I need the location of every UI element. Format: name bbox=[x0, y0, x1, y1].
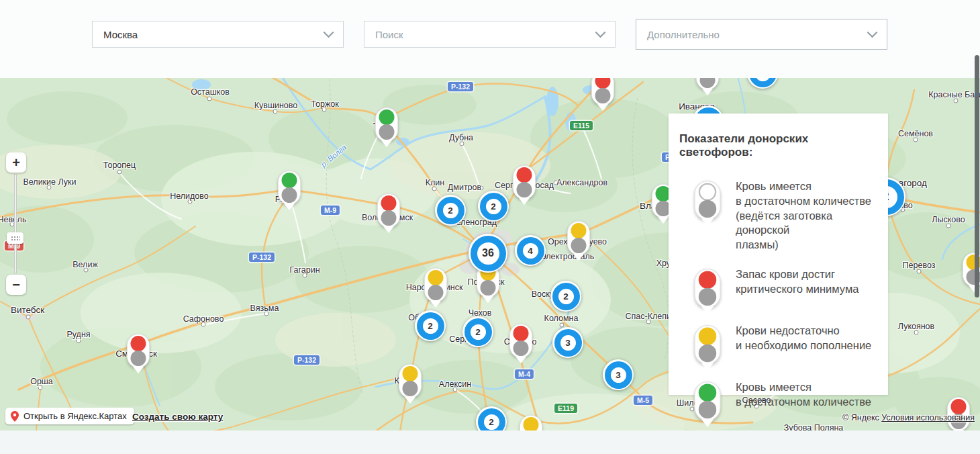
traffic-light-marker-yellow[interactable] bbox=[399, 364, 422, 404]
traffic-light-white-icon bbox=[679, 179, 736, 253]
cluster-count: 36 bbox=[482, 247, 494, 259]
town-dot bbox=[273, 109, 278, 114]
cluster-marker[interactable]: 2 bbox=[476, 406, 507, 430]
traffic-light-marker-red[interactable] bbox=[509, 324, 532, 364]
town-dot bbox=[84, 268, 89, 273]
search-dropdown-value: Поиск bbox=[375, 29, 597, 40]
traffic-light-marker-red bbox=[694, 269, 720, 315]
town-dot bbox=[554, 181, 558, 185]
page-bottom-strip bbox=[0, 430, 980, 454]
city-dropdown-value: Москва bbox=[103, 29, 325, 40]
zoom-slider-track[interactable] bbox=[14, 174, 17, 273]
road-number-badge: Е119 bbox=[554, 404, 577, 413]
legend-item-text: Крови недостаточно и необходимо пополнен… bbox=[736, 324, 871, 365]
terms-of-use-link[interactable]: Условия использования bbox=[881, 413, 975, 422]
chevron-down-icon bbox=[595, 28, 606, 38]
town-dot bbox=[460, 142, 464, 146]
town-dot bbox=[946, 224, 951, 228]
traffic-light-marker-green[interactable] bbox=[278, 171, 301, 211]
cluster-marker[interactable]: 36 bbox=[469, 234, 507, 273]
grip-dots-icon bbox=[11, 236, 20, 240]
traffic-light-marker-white[interactable] bbox=[696, 78, 719, 96]
traffic-light-marker-yellow bbox=[694, 325, 720, 371]
search-dropdown[interactable]: Поиск bbox=[364, 21, 616, 48]
road-number-badge: Р-132 bbox=[294, 355, 320, 365]
traffic-light-marker-red[interactable] bbox=[377, 193, 400, 234]
traffic-light-marker-white bbox=[694, 181, 720, 227]
cluster-count: 2 bbox=[563, 291, 569, 302]
town-dot bbox=[432, 187, 437, 191]
chevron-down-icon bbox=[867, 28, 878, 38]
cluster-count: 2 bbox=[428, 321, 433, 331]
town-dot bbox=[303, 273, 307, 278]
page-scrollbar-thumb[interactable] bbox=[975, 55, 979, 298]
open-in-yandex-maps-button[interactable]: Открыть в Яндекс.Картах bbox=[5, 408, 134, 424]
cluster-count: 2 bbox=[475, 327, 481, 337]
traffic-light-marker-red[interactable] bbox=[591, 78, 614, 111]
cluster-marker[interactable]: 2 bbox=[435, 195, 466, 226]
cluster-count: 3 bbox=[565, 338, 571, 348]
extra-dropdown[interactable]: Дополнительно bbox=[636, 19, 887, 50]
cluster-count: 2 bbox=[489, 417, 494, 427]
chevron-down-icon bbox=[324, 28, 334, 38]
town-dot bbox=[201, 322, 206, 327]
town-dot bbox=[38, 385, 43, 390]
town-dot bbox=[453, 388, 458, 392]
cluster-marker[interactable]: 3 bbox=[603, 359, 634, 390]
zoom-in-button[interactable]: + bbox=[6, 152, 26, 173]
traffic-light-marker-yellow[interactable] bbox=[424, 268, 447, 308]
map-label: Коломна bbox=[544, 314, 579, 323]
cluster-count: 2 bbox=[491, 201, 496, 212]
zoom-slider-handle[interactable] bbox=[7, 232, 23, 244]
town-dot bbox=[26, 315, 31, 320]
toolbar: Москва Поиск Дополнительно bbox=[0, 0, 980, 78]
traffic-light-marker-green[interactable] bbox=[375, 107, 398, 148]
legend-item-text: Кровь имеется в достаточном количестве (… bbox=[736, 179, 876, 253]
traffic-light-marker-red[interactable] bbox=[513, 165, 536, 206]
map[interactable]: ОсташковКувшиновоТоржокТоропецВеликие Лу… bbox=[0, 78, 980, 430]
cluster-marker[interactable]: 2 bbox=[415, 310, 446, 341]
traffic-light-marker-yellow[interactable] bbox=[520, 415, 542, 431]
legend-item-text: Кровь имеется в достаточном количестве bbox=[736, 380, 871, 422]
town-dot bbox=[117, 170, 122, 175]
town-dot bbox=[322, 107, 327, 112]
town-dot bbox=[560, 323, 565, 328]
town-dot bbox=[479, 186, 484, 191]
cluster-count: 3 bbox=[616, 370, 621, 380]
zoom-out-button[interactable]: − bbox=[6, 275, 26, 295]
traffic-light-red-icon bbox=[679, 267, 736, 309]
traffic-light-yellow-icon bbox=[679, 324, 736, 365]
legend-title: Показатели донорских светофоров: bbox=[679, 132, 876, 159]
road-number-badge: Р-132 bbox=[249, 253, 275, 262]
town-dot bbox=[914, 138, 918, 142]
road-number-badge: М-5 bbox=[634, 396, 652, 405]
town-dot bbox=[47, 185, 52, 190]
traffic-light-marker-green bbox=[694, 381, 720, 428]
road-number-badge: Р-132 bbox=[448, 82, 473, 91]
cluster-marker[interactable]: 4 bbox=[515, 235, 546, 266]
open-in-yandex-maps-label: Открыть в Яндекс.Картах bbox=[23, 411, 127, 421]
map-label: Осташков bbox=[191, 87, 230, 97]
town-dot bbox=[914, 330, 919, 335]
legend-item: Кровь имеется в достаточном количестве bbox=[679, 380, 876, 422]
cluster-marker[interactable]: 2 bbox=[478, 191, 509, 222]
cluster-marker[interactable]: 2 bbox=[550, 281, 581, 312]
traffic-light-marker-yellow[interactable] bbox=[567, 221, 590, 261]
traffic-light-green-icon bbox=[679, 380, 736, 422]
legend-item-text: Запас крови достиг критического минимума bbox=[736, 267, 859, 309]
town-dot bbox=[77, 338, 81, 343]
cluster-marker[interactable]: 2 bbox=[747, 78, 778, 89]
town-dot bbox=[646, 320, 651, 324]
map-label: Дмитров bbox=[448, 183, 481, 192]
town-dot bbox=[264, 312, 269, 316]
cluster-count: 4 bbox=[528, 246, 533, 256]
cluster-marker[interactable]: 3 bbox=[552, 327, 583, 358]
create-own-map-link[interactable]: Создать свою карту bbox=[132, 412, 223, 422]
cluster-marker[interactable]: 2 bbox=[462, 316, 493, 347]
city-dropdown[interactable]: Москва bbox=[92, 21, 344, 48]
town-dot bbox=[207, 97, 212, 101]
traffic-light-marker-red[interactable] bbox=[127, 334, 150, 374]
map-label: Орша bbox=[30, 377, 53, 386]
extra-dropdown-value: Дополнительно bbox=[647, 29, 869, 40]
map-label: Торопец bbox=[103, 161, 136, 170]
